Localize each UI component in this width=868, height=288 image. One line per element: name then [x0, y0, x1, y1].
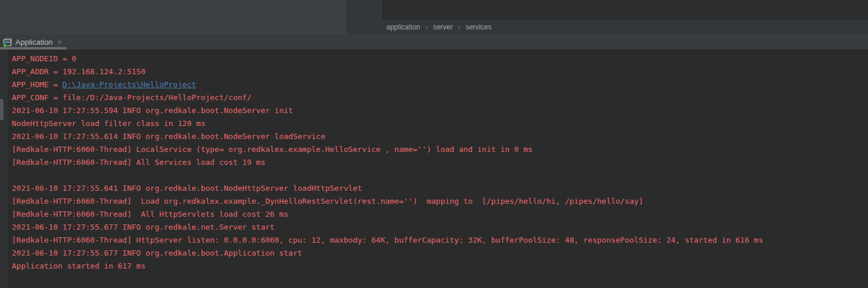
editor-top-right-panel: application›server›services — [346, 0, 868, 34]
editor-split-area — [346, 0, 868, 19]
log-line: Application started in 617 ms — [12, 260, 868, 273]
log-line: 2021-06-10 17:27:55.594 INFO org.redkale… — [12, 104, 868, 117]
breadcrumb-item-application[interactable]: application — [386, 23, 420, 31]
log-line-prefix: APP_HOME = — [12, 80, 62, 89]
log-line: 2021-06-10 17:27:55.677 INFO org.redkale… — [12, 221, 868, 234]
log-line: [Redkale-HTTP:6060-Thread] All HttpServl… — [12, 208, 868, 221]
log-line: NodeHttpServer load filter class in 120 … — [12, 117, 868, 130]
breadcrumb-item-server[interactable]: server — [433, 23, 452, 31]
console-output-panel[interactable]: APP_NODEID = 0APP_ADDR = 192.168.124.2:5… — [0, 49, 868, 288]
editor-panel — [0, 0, 346, 34]
breadcrumb: application›server›services — [346, 19, 868, 34]
breadcrumb-separator-icon: › — [425, 23, 428, 31]
log-line: [Redkale-HTTP:6060-Thread] HttpServer li… — [12, 234, 868, 247]
log-line: APP_CONF = file:/D:/Java-Projects/HelloP… — [12, 91, 868, 104]
editor-split-divider — [346, 0, 382, 19]
log-line: 2021-06-10 17:27:55.677 INFO org.redkale… — [12, 247, 868, 260]
breadcrumb-item-services[interactable]: services — [466, 23, 492, 31]
log-line — [12, 169, 868, 182]
close-icon[interactable]: × — [58, 38, 62, 46]
log-line: [Redkale-HTTP:6060-Thread] All Services … — [12, 156, 868, 169]
log-line: [Redkale-HTTP:6060-Thread] Load org.redk… — [12, 195, 868, 208]
log-line: [Redkale-HTTP:6060-Thread] LocalService … — [12, 143, 868, 156]
log-line: APP_ADDR = 192.168.124.2:5150 — [12, 65, 868, 78]
run-toolwindow-tab-bar: Application × — [0, 34, 868, 49]
file-path-link[interactable]: D:\Java-Projects\HelloProject — [62, 80, 196, 89]
tab-label: Application — [15, 38, 53, 47]
console-icon — [3, 38, 12, 47]
console-log-lines: APP_NODEID = 0APP_ADDR = 192.168.124.2:5… — [0, 52, 868, 273]
log-line: APP_NODEID = 0 — [12, 52, 868, 65]
log-line: 2021-06-10 17:27:55.641 INFO org.redkale… — [12, 182, 868, 195]
ide-window: application›server›services Application … — [0, 0, 868, 288]
log-line: 2021-06-10 17:27:55.614 INFO org.redkale… — [12, 130, 868, 143]
log-line: APP_HOME = D:\Java-Projects\HelloProject — [12, 78, 868, 91]
breadcrumb-separator-icon: › — [458, 23, 460, 31]
